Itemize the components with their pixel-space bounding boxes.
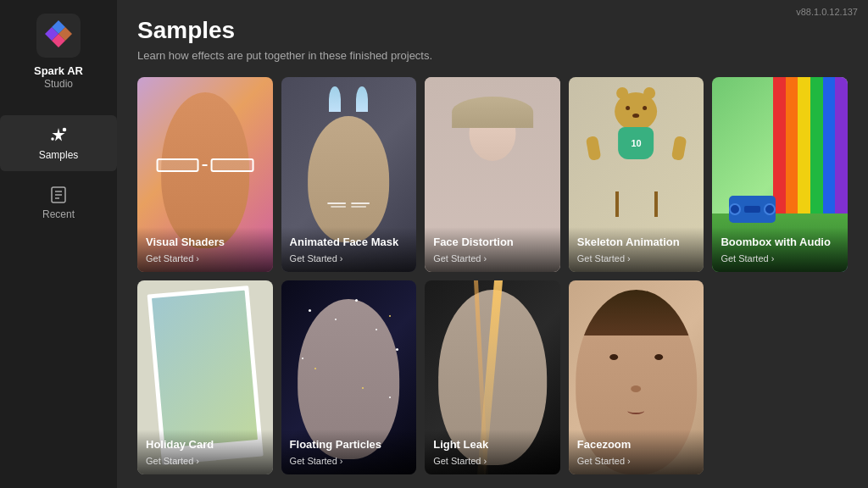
app-subtitle: Studio [44,78,73,90]
face-distortion-cta: Get Started › [433,253,552,263]
card-facezoom[interactable]: Facezoom Get Started › [569,280,704,475]
floating-particles-cta: Get Started › [290,456,409,466]
app-name: Spark AR [34,64,83,78]
animated-face-title: Animated Face Mask [290,236,409,250]
cta-arrow-icon: › [196,253,199,263]
cta-arrow-icon: › [483,253,487,263]
sidebar: Spark AR Studio Samples Recent [0,0,117,488]
facezoom-title: Facezoom [577,438,696,452]
boombox-cta: Get Started › [721,253,839,263]
visual-shaders-cta: Get Started › [146,253,264,263]
cta-arrow-icon: › [340,456,343,466]
visual-shaders-title: Visual Shaders [146,236,264,250]
recent-icon [48,185,69,205]
holiday-card-cta: Get Started › [146,456,264,466]
card-animated-face-overlay: Animated Face Mask Get Started › [281,227,417,272]
cta-arrow-icon: › [340,253,343,263]
sidebar-item-samples[interactable]: Samples [0,115,117,171]
floating-particles-title: Floating Particles [290,438,409,452]
cta-arrow-icon: › [483,456,487,466]
samples-grid: Visual Shaders Get Started › [137,77,848,474]
card-skeleton-animation[interactable]: 10 Skeleton Animation Get Started › [569,77,704,272]
holiday-card-title: Holiday Card [146,438,264,452]
light-leak-title: Light Leak [433,438,552,452]
page-title: Samples [137,17,848,44]
sidebar-samples-label: Samples [39,149,79,161]
svg-point-2 [52,138,53,140]
main-content: v88.1.0.12.137 Samples Learn how effects… [117,0,868,488]
logo-container: Spark AR Studio [34,14,83,90]
card-holiday-card-overlay: Holiday Card Get Started › [137,430,273,474]
face-distortion-title: Face Distortion [433,236,552,250]
facezoom-cta: Get Started › [577,456,696,466]
svg-point-1 [64,128,66,130]
card-boombox-overlay: Boombox with Audio Get Started › [712,227,848,272]
card-boombox-with-audio[interactable]: Boombox with Audio Get Started › [712,77,848,272]
cta-arrow-icon: › [771,253,775,263]
card-floating-particles-overlay: Floating Particles Get Started › [281,430,417,474]
skeleton-animation-cta: Get Started › [577,253,696,263]
card-face-distortion-overlay: Face Distortion Get Started › [425,227,560,272]
skeleton-animation-title: Skeleton Animation [577,236,696,250]
sparkles-icon [48,125,69,146]
card-animated-face-mask[interactable]: Animated Face Mask Get Started › [281,77,417,272]
cta-arrow-icon: › [627,253,631,263]
card-visual-shaders[interactable]: Visual Shaders Get Started › [137,77,273,272]
page-subtitle: Learn how effects are put together in th… [137,49,848,62]
light-leak-cta: Get Started › [433,456,552,466]
cta-arrow-icon: › [196,456,199,466]
boombox-title: Boombox with Audio [721,236,839,250]
card-skeleton-animation-overlay: Skeleton Animation Get Started › [569,227,704,272]
card-light-leak-overlay: Light Leak Get Started › [425,430,560,474]
sidebar-recent-label: Recent [42,208,75,220]
sidebar-item-recent[interactable]: Recent [0,175,117,230]
spark-ar-logo-icon [36,14,81,58]
card-face-distortion[interactable]: Face Distortion Get Started › [425,77,560,272]
card-visual-shaders-overlay: Visual Shaders Get Started › [137,227,273,272]
card-light-leak[interactable]: Light Leak Get Started › [425,280,560,475]
sidebar-nav: Samples Recent [0,115,117,230]
animated-face-cta: Get Started › [290,253,409,263]
card-holiday-card[interactable]: Holiday Card Get Started › [137,280,273,475]
version-badge: v88.1.0.12.137 [796,7,858,17]
card-floating-particles[interactable]: Floating Particles Get Started › [281,280,417,475]
cta-arrow-icon: › [627,456,631,466]
card-facezoom-overlay: Facezoom Get Started › [569,430,704,474]
